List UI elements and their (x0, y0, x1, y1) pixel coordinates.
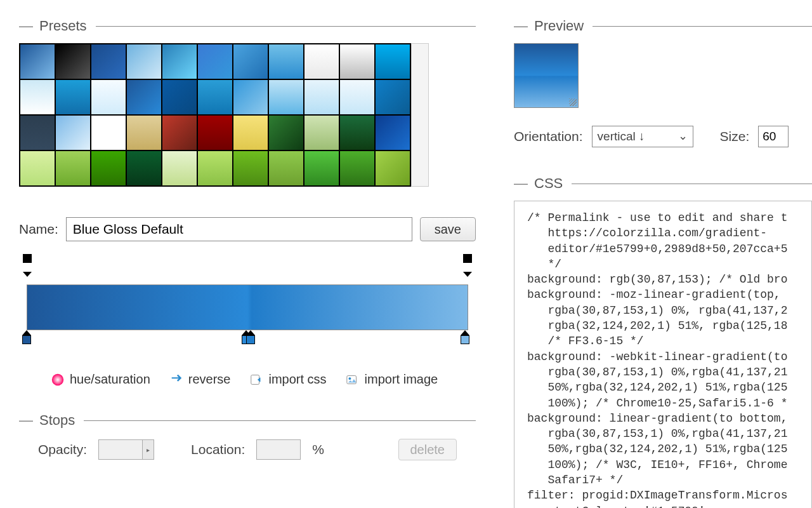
color-stop[interactable] (245, 330, 256, 344)
gradient-editor[interactable] (19, 265, 476, 354)
preset-swatch[interactable] (339, 150, 375, 186)
opacity-label: Opacity: (38, 442, 87, 457)
reverse-button[interactable]: reverse (169, 372, 231, 387)
size-label: Size: (720, 129, 750, 144)
location-label: Location: (191, 442, 245, 457)
presets-title: Presets (39, 18, 87, 34)
preset-swatch[interactable] (339, 44, 375, 79)
preset-swatch[interactable] (197, 115, 233, 150)
presets-scrollbar[interactable] (411, 43, 429, 187)
stops-title: Stops (39, 412, 75, 429)
name-input[interactable] (66, 217, 412, 241)
preset-swatch[interactable] (197, 150, 233, 186)
preset-swatch[interactable] (55, 115, 91, 150)
import-image-icon (346, 373, 360, 387)
preset-swatch[interactable] (375, 115, 410, 150)
preset-swatch[interactable] (162, 79, 197, 115)
presets-header: — Presets (19, 18, 476, 34)
opacity-spinner[interactable]: ▸ (143, 439, 154, 460)
import-image-button[interactable]: import image (346, 372, 438, 387)
orientation-value: vertical ↓ (598, 130, 645, 144)
preset-swatch[interactable] (339, 115, 375, 150)
css-title: CSS (534, 175, 563, 192)
preset-swatch[interactable] (91, 150, 126, 186)
preset-swatch[interactable] (375, 44, 410, 79)
preset-swatch[interactable] (91, 44, 126, 79)
preset-swatch[interactable] (375, 150, 410, 186)
reverse-icon (169, 373, 183, 387)
preset-swatch[interactable] (20, 115, 55, 150)
color-stop[interactable] (21, 330, 32, 344)
preset-swatch[interactable] (162, 150, 197, 186)
preset-swatch[interactable] (162, 44, 197, 79)
hue-icon (51, 373, 65, 387)
preset-swatch[interactable] (304, 150, 339, 186)
preset-swatch[interactable] (126, 115, 162, 150)
save-button[interactable]: save (420, 217, 476, 241)
svg-point-0 (52, 373, 63, 385)
orientation-label: Orientation: (514, 129, 583, 144)
preset-swatch[interactable] (126, 79, 162, 115)
preset-swatch[interactable] (233, 79, 268, 115)
preset-swatch[interactable] (55, 44, 91, 79)
opacity-stop[interactable] (22, 268, 33, 282)
preset-swatch[interactable] (233, 115, 268, 150)
stops-header: — Stops (19, 412, 476, 429)
preset-swatch[interactable] (268, 150, 304, 186)
preset-swatch[interactable] (20, 44, 55, 79)
preset-swatch[interactable] (233, 44, 268, 79)
preset-swatch[interactable] (55, 79, 91, 115)
preset-swatch[interactable] (197, 44, 233, 79)
location-input[interactable] (256, 439, 301, 460)
name-label: Name: (19, 222, 58, 237)
opacity-input[interactable] (98, 439, 143, 460)
preset-swatch[interactable] (20, 150, 55, 186)
gradient-bar[interactable] (27, 284, 468, 330)
import-css-icon (249, 373, 263, 387)
resize-handle-icon[interactable] (568, 97, 577, 106)
preview-swatch[interactable] (514, 43, 579, 108)
preset-swatch[interactable] (20, 79, 55, 115)
preview-header: — Preview (514, 18, 812, 34)
preset-swatch[interactable] (91, 79, 126, 115)
preset-swatch[interactable] (126, 44, 162, 79)
hue-saturation-button[interactable]: hue/saturation (51, 372, 150, 387)
preset-swatch[interactable] (304, 79, 339, 115)
preset-swatch[interactable] (339, 79, 375, 115)
preset-swatch[interactable] (91, 115, 126, 150)
delete-button[interactable]: delete (398, 439, 457, 460)
import-image-label: import image (365, 372, 438, 387)
preset-swatch[interactable] (304, 44, 339, 79)
import-css-button[interactable]: import css (249, 372, 326, 387)
preset-swatch[interactable] (268, 79, 304, 115)
preset-swatch[interactable] (375, 79, 410, 115)
size-input[interactable] (758, 126, 789, 147)
preset-swatch[interactable] (55, 150, 91, 186)
css-header: — CSS (514, 175, 812, 192)
preset-swatch[interactable] (162, 115, 197, 150)
svg-point-3 (348, 377, 351, 380)
preset-swatch[interactable] (126, 150, 162, 186)
opacity-stop[interactable] (462, 268, 473, 282)
hue-label: hue/saturation (70, 372, 150, 387)
preview-title: Preview (534, 18, 584, 34)
preset-swatch[interactable] (304, 115, 339, 150)
import-css-label: import css (268, 372, 326, 387)
orientation-select[interactable]: vertical ↓ (592, 126, 693, 147)
percent-label: % (312, 442, 324, 457)
color-stop[interactable] (459, 330, 471, 344)
preset-swatch[interactable] (197, 79, 233, 115)
preset-swatch[interactable] (268, 44, 304, 79)
css-output[interactable]: /* Permalink - use to edit and share t h… (514, 201, 812, 508)
presets-grid (19, 43, 411, 187)
preset-swatch[interactable] (268, 115, 304, 150)
preset-swatch[interactable] (233, 150, 268, 186)
reverse-label: reverse (188, 372, 231, 387)
